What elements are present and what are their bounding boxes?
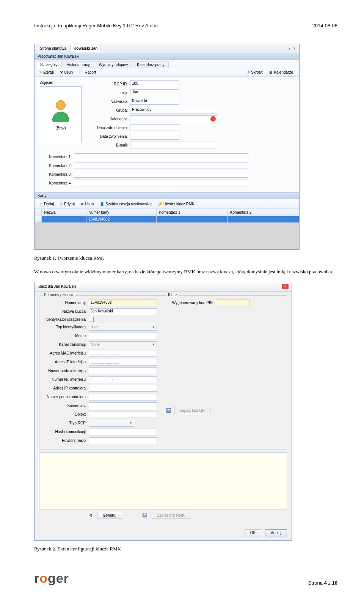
numer-karty-input[interactable]: 1548194682 xyxy=(89,300,157,306)
x-icon: ✕ xyxy=(81,202,84,206)
mac-input[interactable]: __:__:__:__:__:__ xyxy=(89,350,157,357)
detail-toolbar: ✎Edytuj ✕Usuń 📄Raport ↗Skróty: 🗓Kalendar… xyxy=(35,68,299,77)
ok-button[interactable]: OK xyxy=(245,529,261,536)
typ-label: Typ identyfikatora xyxy=(43,325,89,329)
imie-input[interactable]: Jan xyxy=(130,89,179,96)
memo-input[interactable] xyxy=(89,333,157,339)
edit-card-button[interactable]: ✎Edytuj xyxy=(58,201,77,207)
col-k2[interactable]: Komentarz 2 xyxy=(228,209,299,216)
k2-input[interactable] xyxy=(74,162,248,169)
grupa-input[interactable]: Pracownicy xyxy=(130,107,217,114)
save-qr-button[interactable]: Zapisz kod QR xyxy=(174,407,210,414)
k3-label: Komentarz 3: xyxy=(40,172,74,177)
window-subheader: Pracownik: Jan Kowalski xyxy=(35,53,299,60)
imie-label: Imię: xyxy=(88,91,130,95)
k1-label: Komentarz 1: xyxy=(40,155,74,159)
tryb-label: Tryb RCP xyxy=(43,421,89,425)
shortcuts-label: ↗Skróty: xyxy=(245,69,265,75)
kalendarz-input[interactable] xyxy=(130,115,217,122)
employee-form: Zdjęcie: (Brak) RCP ID:100 Imię:Jan Nazw… xyxy=(35,77,299,192)
create-rmk-button[interactable]: 🔑Utwórz klucz RMK xyxy=(155,201,197,207)
id-urz-checkbox[interactable] xyxy=(89,317,94,322)
k4-input[interactable] xyxy=(74,180,248,186)
tab-wymiary[interactable]: Wymiary urlopów xyxy=(95,61,132,68)
quick-edit-button[interactable]: 👤Szybka edycja użytkownika xyxy=(97,201,154,207)
detail-tabs: Szczegóły Historia pracy Wymiary urlopów… xyxy=(35,60,299,68)
nazwisko-input[interactable]: Kowalski xyxy=(130,98,179,105)
komentarz-input[interactable] xyxy=(89,402,157,409)
k4-label: Komentarz 4: xyxy=(40,181,74,185)
dialog-close-button[interactable]: ✕ xyxy=(282,284,289,289)
col-number[interactable]: Numer karty xyxy=(86,209,156,216)
komentarz-label: Komentarz xyxy=(43,404,89,408)
portk-input[interactable] xyxy=(89,394,157,400)
cards-table: Nazwa Numer karty Komentarz 1 Komentarz … xyxy=(35,209,299,223)
close-icon[interactable]: ✕ xyxy=(292,46,297,50)
pin-label: Wygenerowany kod PIN xyxy=(166,301,216,305)
cancel-button[interactable]: Anuluj xyxy=(265,529,287,536)
report-button[interactable]: 📄Raport xyxy=(77,69,98,75)
arrow-icon: ↗ xyxy=(247,70,250,74)
add-button[interactable]: ＋Dodaj xyxy=(37,200,56,207)
calendars-button[interactable]: 🗓Kalendarze xyxy=(267,69,295,75)
warning-icon: ! xyxy=(210,116,216,121)
email-input[interactable] xyxy=(130,142,217,148)
delete-button[interactable]: ✕Usuń xyxy=(58,69,75,75)
nazwa-klucza-input[interactable]: Jan Kowalski xyxy=(89,308,157,315)
data-zatr-input[interactable] xyxy=(130,124,179,131)
tab-employee[interactable]: Kowalski Jan xyxy=(70,45,101,52)
k3-input[interactable] xyxy=(74,171,248,178)
obiekt-input[interactable] xyxy=(89,411,157,418)
delete-card-button[interactable]: ✕Usuń xyxy=(78,201,96,207)
figure2-caption: Rysunek 2. Ekran konfiguracji klucza RMK xyxy=(34,546,337,552)
tel-input[interactable]: +__ ___-___-___ xyxy=(89,376,157,383)
k1-input[interactable] xyxy=(74,153,248,160)
id-urz-label: Identyfikator urządzenia xyxy=(43,317,89,322)
pencil-icon: ✎ xyxy=(39,70,42,74)
page-footer: roger Strona 4 z 10 xyxy=(34,571,337,586)
edit-button[interactable]: ✎Edytuj xyxy=(37,69,56,75)
plus-icon: ＋ xyxy=(39,201,43,207)
rcp-label: RCP ID: xyxy=(88,82,130,86)
ipk-input[interactable] xyxy=(89,385,157,392)
ipi-input[interactable]: ___.___.___.___ xyxy=(89,359,157,366)
mac-label: Adres MAC interfejsu xyxy=(43,351,89,355)
porti-input[interactable] xyxy=(89,367,157,374)
tab-home[interactable]: Strona startowa xyxy=(37,45,69,52)
table-row[interactable]: ▸ 1548194682 xyxy=(35,216,299,223)
pencil-icon: ✎ xyxy=(60,202,63,206)
data-zwol-input[interactable] xyxy=(130,133,179,140)
col-k1[interactable]: Komentarz 1 xyxy=(156,209,228,216)
kanal-select[interactable]: None▼ xyxy=(89,341,157,348)
pin-output xyxy=(216,300,250,306)
row-indicator: ▸ xyxy=(35,216,42,223)
params-groupbox: Parametry klucza Numer karty1548194682 N… xyxy=(39,295,287,449)
report-icon: 📄 xyxy=(79,70,83,74)
avatar-icon xyxy=(51,99,70,122)
generate-button[interactable]: Generuj xyxy=(97,512,122,519)
tryb-select[interactable]: ▼ xyxy=(89,420,134,427)
tab-kalendarz[interactable]: Kalendarz pracy xyxy=(133,61,168,68)
photo-box[interactable]: (Brak) xyxy=(40,86,82,143)
col-name[interactable]: Nazwa xyxy=(42,209,86,216)
figure1-caption: Rysunek 1. Tworzenie klucza RMK xyxy=(34,255,337,261)
employee-window: Strona startowa Kowalski Jan ▾ ✕ Pracown… xyxy=(34,44,300,250)
x-icon: ✕ xyxy=(60,70,63,74)
tab-historia[interactable]: Historia pracy xyxy=(63,61,94,68)
powt-input[interactable] xyxy=(89,437,157,444)
powt-label: Powtórz hasło xyxy=(43,438,89,443)
rcp-input[interactable]: 100 xyxy=(130,80,179,87)
key-dialog: Klucz dla Jan Kowalski ✕ Parametry klucz… xyxy=(34,282,292,541)
typ-select[interactable]: None▼ xyxy=(89,324,157,331)
tab-szczegoly[interactable]: Szczegóły xyxy=(36,61,62,68)
ipi-label: Adres IP interfejsu xyxy=(43,360,89,364)
disk-icon xyxy=(166,408,171,413)
cell-number: 1548194682 xyxy=(86,216,156,223)
save-rmk-button[interactable]: Zapisz plik RMK xyxy=(152,512,190,519)
email-label: E-mail: xyxy=(88,143,130,147)
dialog-titlebar: Klucz dla Jan Kowalski ✕ xyxy=(35,282,292,292)
porti-label: Numer portu interfejsu xyxy=(43,369,89,373)
haslo-input[interactable] xyxy=(89,429,157,435)
page-number: Strona 4 z 10 xyxy=(308,580,337,586)
collapse-icon[interactable]: ▾ xyxy=(287,46,292,50)
